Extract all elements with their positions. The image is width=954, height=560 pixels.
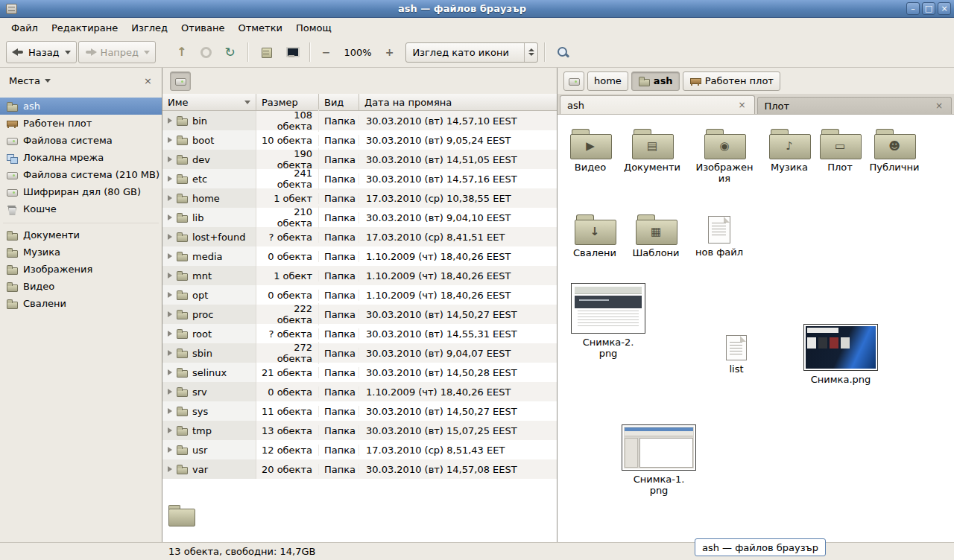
icon-item-downloads[interactable]: Свалени xyxy=(563,214,627,259)
expander-icon[interactable] xyxy=(168,369,172,375)
expander-icon[interactable] xyxy=(168,408,172,414)
sidebar-item-network[interactable]: Локална мрежа xyxy=(0,149,162,166)
sidebar-item-pictures[interactable]: Изображения xyxy=(0,261,162,278)
path-root-button[interactable] xyxy=(563,71,584,91)
file-item-snimka2[interactable]: Снимка-2. png xyxy=(571,283,645,360)
expander-icon[interactable] xyxy=(168,176,172,182)
file-item-snimka[interactable]: Снимка.png xyxy=(803,324,878,386)
zoom-in-button[interactable]: + xyxy=(379,41,400,63)
icon-item-templates[interactable]: Шаблони xyxy=(624,214,688,259)
file-item-new-file[interactable]: нов файл xyxy=(687,216,751,258)
taskbar-window-button[interactable]: ash — файлов браузър xyxy=(695,538,826,556)
tab-desktop[interactable]: Плот × xyxy=(757,97,953,114)
home-button[interactable] xyxy=(254,41,278,63)
minimize-button[interactable]: – xyxy=(906,2,920,15)
table-row[interactable]: selinux21 обектаПапка30.03.2010 (вт) 14,… xyxy=(162,363,557,382)
back-dropdown-icon[interactable] xyxy=(65,51,71,54)
icon-item-documents[interactable]: Документи xyxy=(620,129,684,174)
sidebar-item-trash[interactable]: Кошче xyxy=(0,200,162,217)
path-desktop-button[interactable]: Работен плот xyxy=(683,71,780,91)
reload-button[interactable]: ↻ xyxy=(219,41,241,63)
table-row[interactable]: usr12 обектаПапка17.03.2010 (ср) 8,51,43… xyxy=(162,440,557,459)
sidebar-item-encrypted-80gb[interactable]: Шифриран дял (80 GB) xyxy=(0,183,162,200)
expander-icon[interactable] xyxy=(168,214,172,220)
sidebar-item-videos[interactable]: Видео xyxy=(0,278,162,295)
sidebar-item-music[interactable]: Музика xyxy=(0,244,162,261)
table-row[interactable]: mnt1 обектПапка1.10.2009 (чт) 18,40,26 E… xyxy=(162,266,557,285)
expander-icon[interactable] xyxy=(168,331,172,337)
sidebar-item-ash[interactable]: ash xyxy=(0,98,162,115)
tab-close-icon[interactable]: × xyxy=(934,101,944,111)
sidebar-item-filesystem-210mb[interactable]: Файлова система (210 MB) xyxy=(0,166,162,183)
table-row[interactable]: lib210 обектаПапка30.03.2010 (вт) 9,04,1… xyxy=(162,208,557,227)
table-row[interactable]: root? обектаПапка30.03.2010 (вт) 14,55,3… xyxy=(162,324,557,343)
table-row[interactable]: sbin272 обектаПапка30.03.2010 (вт) 9,04,… xyxy=(162,343,557,363)
expander-icon[interactable] xyxy=(168,137,172,143)
tab-close-icon[interactable]: × xyxy=(736,100,747,110)
table-row[interactable]: etc241 обектаПапка30.03.2010 (вт) 14,57,… xyxy=(162,169,557,188)
up-button[interactable]: ↑ xyxy=(171,41,192,63)
tab-ash[interactable]: ash × xyxy=(560,95,755,114)
table-row[interactable]: tmp13 обектаПапка30.03.2010 (вт) 15,07,2… xyxy=(162,421,557,440)
menu-view[interactable]: Изглед xyxy=(124,19,174,36)
path-ash-button[interactable]: ash xyxy=(631,71,680,91)
expander-icon[interactable] xyxy=(168,466,172,472)
menu-go[interactable]: Отиване xyxy=(174,19,231,36)
table-row[interactable]: bin108 обектаПапка30.03.2010 (вт) 14,57,… xyxy=(162,111,557,130)
stop-button[interactable] xyxy=(195,41,218,63)
table-row[interactable]: dev190 обектаПапка30.03.2010 (вт) 14,51,… xyxy=(162,150,557,169)
menu-bookmarks[interactable]: Отметки xyxy=(231,19,288,36)
path-home-button[interactable]: home xyxy=(587,71,628,91)
icon-view[interactable]: Видео Документи Изображен ия Музика Плот… xyxy=(557,115,954,542)
table-row[interactable]: boot10 обектаПапка30.03.2010 (вт) 9,05,2… xyxy=(162,130,557,150)
sidebar-item-desktop[interactable]: Работен плот xyxy=(0,115,162,132)
column-header-type[interactable]: Вид xyxy=(319,94,359,110)
close-button[interactable]: × xyxy=(938,2,951,15)
file-item-snimka1[interactable]: Снимка-1. png xyxy=(622,424,696,497)
icon-item-public[interactable]: Публични xyxy=(862,129,926,174)
icon-item-video[interactable]: Видео xyxy=(558,129,622,174)
forward-button[interactable]: Напред xyxy=(78,41,156,63)
expander-icon[interactable] xyxy=(168,273,172,279)
expander-icon[interactable] xyxy=(168,234,172,240)
table-row[interactable]: srv0 обектаПапка1.10.2009 (чт) 18,40,26 … xyxy=(162,382,557,401)
expander-icon[interactable] xyxy=(168,156,172,162)
table-row[interactable]: sys11 обектаПапка30.03.2010 (вт) 14,50,2… xyxy=(162,401,557,421)
expander-icon[interactable] xyxy=(168,253,172,259)
search-button[interactable] xyxy=(551,41,575,63)
table-row[interactable]: proc222 обектаПапка30.03.2010 (вт) 14,50… xyxy=(162,305,557,324)
table-row[interactable]: lost+found? обектаПапка17.03.2010 (ср) 8… xyxy=(162,227,557,246)
expander-icon[interactable] xyxy=(168,292,172,298)
column-header-name[interactable]: Име xyxy=(162,94,256,110)
expander-icon[interactable] xyxy=(168,389,172,395)
column-header-date[interactable]: Дата на промяна xyxy=(359,94,557,110)
expander-icon[interactable] xyxy=(168,427,172,433)
view-mode-select[interactable]: Изглед като икони xyxy=(405,42,538,63)
sidebar-close-button[interactable]: × xyxy=(140,74,156,88)
column-header-size[interactable]: Размер xyxy=(256,94,319,110)
expander-icon[interactable] xyxy=(168,195,172,201)
menu-file[interactable]: Файл xyxy=(4,19,45,36)
table-row[interactable]: home1 обектПапка17.03.2010 (ср) 10,38,55… xyxy=(162,188,557,208)
sidebar-item-filesystem[interactable]: Файлова система xyxy=(0,132,162,149)
table-row[interactable]: media0 обектаПапка1.10.2009 (чт) 18,40,2… xyxy=(162,246,557,266)
table-row[interactable]: var20 обектаПапка30.03.2010 (вт) 14,57,0… xyxy=(162,459,557,479)
expander-icon[interactable] xyxy=(168,350,172,356)
expander-icon[interactable] xyxy=(168,447,172,453)
sidebar-item-documents[interactable]: Документи xyxy=(0,226,162,244)
expander-icon[interactable] xyxy=(168,118,172,124)
menu-edit[interactable]: Редактиране xyxy=(45,19,124,36)
sidebar-item-downloads[interactable]: Свалени xyxy=(0,295,162,312)
icon-item-pictures[interactable]: Изображен ия xyxy=(692,129,756,185)
window-titlebar[interactable]: ash — файлов браузър – □ × xyxy=(0,0,954,18)
places-selector[interactable]: Места xyxy=(6,74,54,88)
back-button[interactable]: Назад xyxy=(6,41,77,63)
zoom-out-button[interactable]: − xyxy=(316,41,337,63)
menu-help[interactable]: Помощ xyxy=(289,19,338,36)
path-root-button[interactable] xyxy=(170,71,191,91)
expander-icon[interactable] xyxy=(168,311,172,317)
file-item-list[interactable]: list xyxy=(714,335,759,375)
maximize-button[interactable]: □ xyxy=(922,2,935,15)
table-row[interactable]: opt0 обектаПапка1.10.2009 (чт) 18,40,26 … xyxy=(162,285,557,305)
computer-button[interactable] xyxy=(279,41,303,63)
